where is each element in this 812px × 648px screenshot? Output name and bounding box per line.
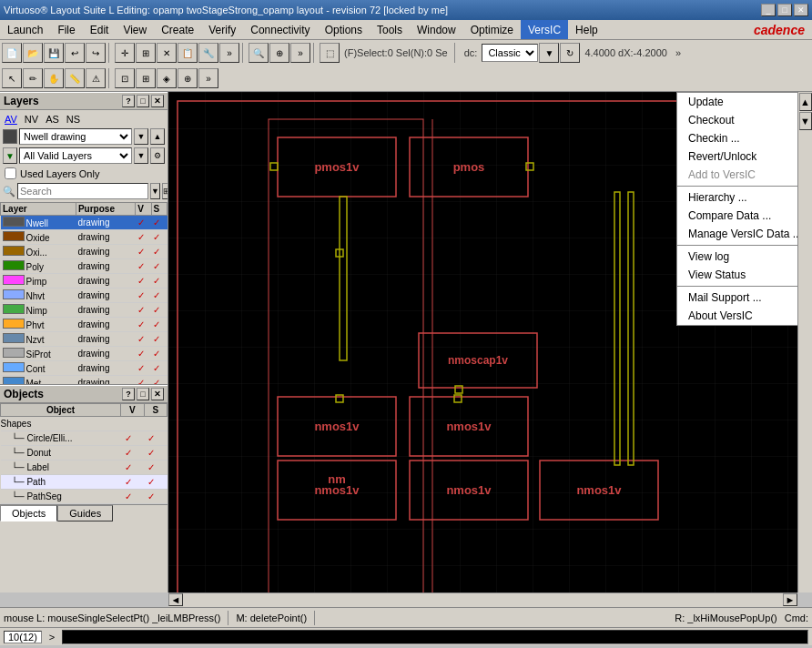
menu-help[interactable]: Help	[568, 20, 605, 39]
layer-dd-btn-1[interactable]: ▲	[150, 128, 165, 145]
tb-copy-button[interactable]: ⊞	[136, 43, 156, 63]
objects-close-icon[interactable]: ✕	[151, 388, 164, 400]
menu-verify[interactable]: Verify	[201, 20, 243, 39]
tb2-grid-button[interactable]: ⊞	[136, 68, 156, 88]
layer-select-1[interactable]: Nwell drawing	[19, 128, 132, 145]
tb-delete-button[interactable]: ✕	[157, 43, 177, 63]
layer-select-2[interactable]: All Valid Layers	[19, 147, 132, 164]
search-options-btn[interactable]: ⊞	[162, 183, 168, 199]
objects-help-icon[interactable]: ?	[122, 388, 135, 400]
layer-table-row[interactable]: Nhvt drawing ✓ ✓	[1, 289, 167, 303]
menu-edit[interactable]: Edit	[83, 20, 117, 39]
versic-menu-item[interactable]: Checkin ...	[677, 129, 797, 147]
tb-tool5-button[interactable]: 🔧	[198, 43, 218, 63]
obj-table-row[interactable]: └─ PathSeg ✓ ✓	[1, 490, 167, 504]
menu-tools[interactable]: Tools	[370, 20, 410, 39]
layer-table-scroll[interactable]: Layer Purpose V S Nwell drawing ✓ ✓ Oxid…	[0, 202, 167, 384]
layer-table-row[interactable]: Pimp drawing ✓ ✓	[1, 274, 167, 289]
menu-window[interactable]: Window	[410, 20, 463, 39]
menu-launch[interactable]: Launch	[0, 20, 50, 39]
canvas-area[interactable]: pmos1v pmos nmoscap1v nmos1v n	[168, 92, 797, 592]
obj-table-row[interactable]: └─ Circle/Elli... ✓ ✓	[1, 431, 167, 446]
obj-table-row[interactable]: └─ Path ✓ ✓	[1, 475, 167, 490]
minimize-button[interactable]: _	[761, 4, 776, 16]
maximize-button[interactable]: □	[777, 4, 792, 16]
layer-table-row[interactable]: Cont drawing ✓ ✓	[1, 361, 167, 376]
layer-table-row[interactable]: Nzvt drawing ✓ ✓	[1, 332, 167, 347]
h-scroll-track[interactable]	[183, 593, 783, 607]
layer-table-row[interactable]: SiProt drawing ✓ ✓	[1, 347, 167, 361]
tb2-pen-button[interactable]: ✏	[23, 68, 43, 88]
cmd-input[interactable]	[62, 630, 808, 644]
obj-table-row[interactable]: └─ Label ✓ ✓	[1, 461, 167, 475]
tb-zoom2-button[interactable]: ⊕	[269, 43, 289, 63]
tb2-drc-button[interactable]: ⚠	[86, 68, 106, 88]
used-layers-checkbox[interactable]	[5, 167, 16, 179]
layer-table-row[interactable]: Phvt drawing ✓ ✓	[1, 318, 167, 332]
layer-filter-icon[interactable]: ▼	[3, 147, 17, 164]
versic-menu-item[interactable]: View log	[677, 248, 797, 266]
scroll-down-btn[interactable]: ▼	[799, 112, 812, 130]
scroll-left-btn[interactable]: ◄	[168, 593, 183, 606]
objects-float-icon[interactable]: □	[137, 388, 149, 400]
scroll-up-btn[interactable]: ▲	[799, 93, 812, 111]
versic-menu-item[interactable]: Hierarchy ...	[677, 188, 797, 207]
bottom-scrollbar[interactable]: ◄ ►	[168, 592, 797, 607]
menu-file[interactable]: File	[50, 20, 82, 39]
layer-table-row[interactable]: Nwell drawing ✓ ✓	[1, 216, 167, 230]
obj-table-row[interactable]: Shapes	[1, 417, 167, 431]
menu-view[interactable]: View	[116, 20, 154, 39]
menu-versic[interactable]: VersIC	[521, 20, 568, 39]
layers-close-icon[interactable]: ✕	[151, 95, 164, 107]
layers-help-icon[interactable]: ?	[122, 95, 135, 107]
menu-connectivity[interactable]: Connectivity	[243, 20, 317, 39]
versic-menu-item[interactable]: Compare Data ...	[677, 207, 797, 225]
layer-table-row[interactable]: Oxi... drawing ✓ ✓	[1, 245, 167, 259]
versic-menu-item[interactable]: Mail Support ...	[677, 289, 797, 307]
layer-dd-btn-2[interactable]: ⚙	[150, 147, 165, 164]
tb-hier-button[interactable]: ⬚	[320, 43, 340, 63]
menu-options[interactable]: Options	[318, 20, 370, 39]
tb-style-btn[interactable]: ▼	[539, 43, 559, 63]
search-dd-arrow[interactable]: ▼	[150, 183, 160, 199]
av-av[interactable]: AV	[5, 114, 17, 125]
scroll-right-btn[interactable]: ►	[783, 593, 797, 606]
layer-search-input[interactable]	[17, 183, 148, 199]
tb-move-button[interactable]: ✛	[115, 43, 135, 63]
versic-menu-item[interactable]: Revert/Unlock	[677, 147, 797, 166]
versic-menu-item[interactable]: About VersIC	[677, 307, 797, 325]
tb-props-button[interactable]: 📋	[178, 43, 198, 63]
tb-undo-button[interactable]: ↩	[65, 43, 85, 63]
tb-expand2-button[interactable]: »	[290, 43, 310, 63]
av-nv[interactable]: NV	[25, 114, 38, 125]
tb-new-button[interactable]: 📄	[2, 43, 22, 63]
versic-menu-item[interactable]: Update	[677, 93, 797, 111]
layer-table-row[interactable]: Poly drawing ✓ ✓	[1, 259, 167, 274]
tb-style-select[interactable]: Classic	[482, 44, 538, 62]
tb2-snap-button[interactable]: ⊡	[115, 68, 135, 88]
tb2-btn4[interactable]: ⊕	[178, 68, 198, 88]
layer-dd-arrow-2[interactable]: ▼	[134, 147, 148, 164]
tb-zoom-button[interactable]: 🔍	[249, 43, 269, 63]
tab-guides[interactable]: Guides	[57, 505, 113, 521]
tb-expand-button[interactable]: »	[219, 43, 239, 63]
tb2-select-button[interactable]: ↖	[2, 68, 22, 88]
layers-float-icon[interactable]: □	[137, 95, 149, 107]
layer-table-row[interactable]: Met... drawing ✓ ✓	[1, 376, 167, 385]
layer-table-row[interactable]: Oxide drawing ✓ ✓	[1, 230, 167, 245]
tb-redo-button[interactable]: ↪	[86, 43, 106, 63]
tb-save-button[interactable]: 💾	[44, 43, 64, 63]
menu-optimize[interactable]: Optimize	[463, 20, 521, 39]
tb2-hand-button[interactable]: ✋	[44, 68, 64, 88]
menu-create[interactable]: Create	[154, 20, 201, 39]
close-button[interactable]: ✕	[794, 4, 808, 16]
av-as[interactable]: AS	[46, 114, 59, 125]
tb2-ruler-button[interactable]: 📏	[65, 68, 85, 88]
av-ns[interactable]: NS	[66, 114, 80, 125]
tab-objects[interactable]: Objects	[0, 505, 57, 521]
tb2-btn3[interactable]: ◈	[157, 68, 177, 88]
versic-menu-item[interactable]: Checkout	[677, 111, 797, 129]
tb-open-button[interactable]: 📂	[23, 43, 43, 63]
tb-refresh-button[interactable]: ↻	[560, 43, 580, 63]
versic-menu-item[interactable]: View Status	[677, 266, 797, 284]
